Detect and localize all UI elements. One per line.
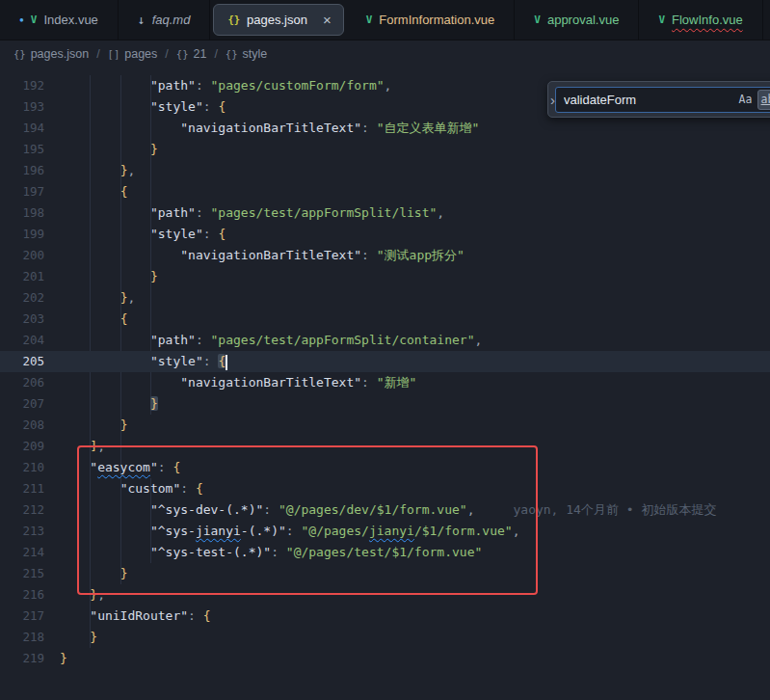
tab-index-vue[interactable]: ● V Index.vue <box>0 0 119 40</box>
code-line-text: }, <box>60 584 105 606</box>
line-number[interactable]: 193 <box>0 96 60 118</box>
code-line[interactable]: 200 "navigationBarTitleText": "测试app拆分" <box>0 245 770 266</box>
vue-icon: V <box>366 14 373 25</box>
line-number[interactable]: 206 <box>0 372 60 393</box>
code-line-text: "style": { <box>60 351 227 372</box>
array-icon: [] <box>108 48 120 60</box>
line-number[interactable]: 204 <box>0 330 60 351</box>
breadcrumb-label: pages.json <box>31 47 89 61</box>
line-number[interactable]: 217 <box>0 606 60 627</box>
code-line[interactable]: 213 "^sys-jianyi-(.*)": "@/pages/jianyi/… <box>0 521 770 542</box>
line-number[interactable]: 219 <box>0 648 60 669</box>
breadcrumb-separator: / <box>165 47 168 61</box>
tab-pages-json[interactable]: {} pages.json × <box>213 4 343 36</box>
line-number[interactable]: 215 <box>0 563 60 584</box>
code-line-text: "^sys-dev-(.*)": "@/pages/dev/$1/form.vu… <box>60 499 716 521</box>
code-line-text: "^sys-jianyi-(.*)": "@/pages/jianyi/$1/f… <box>60 521 519 542</box>
line-number[interactable]: 196 <box>0 160 60 181</box>
breadcrumb-item-style[interactable]: {} style <box>226 47 267 61</box>
editor[interactable]: 192 "path": "pages/customForm/form",193 … <box>0 67 770 700</box>
tab-forminformation-vue[interactable]: V FormInformation.vue <box>347 0 516 40</box>
code-area[interactable]: 192 "path": "pages/customForm/form",193 … <box>0 67 770 669</box>
tab-bar: ● V Index.vue ↓ faq.md {} pages.json × V… <box>0 0 770 40</box>
line-number[interactable]: 199 <box>0 224 60 245</box>
code-line[interactable]: 206 "navigationBarTitleText": "新增" <box>0 372 770 393</box>
code-line[interactable]: 210 "easycom": { <box>0 457 770 478</box>
breadcrumb-label: 21 <box>193 47 206 61</box>
tab-label: FlowInfo.vue <box>672 13 743 26</box>
object-icon: {} <box>13 48 26 60</box>
text-cursor <box>226 355 227 370</box>
line-number[interactable]: 214 <box>0 542 60 563</box>
line-number[interactable]: 203 <box>0 309 60 330</box>
code-line-text: "uniIdRouter": { <box>60 606 211 627</box>
code-line[interactable]: 208 } <box>0 415 770 436</box>
line-number[interactable]: 212 <box>0 499 60 521</box>
code-line[interactable]: 217 "uniIdRouter": { <box>0 606 770 627</box>
tab-label: pages.json <box>247 13 307 26</box>
line-number[interactable]: 210 <box>0 457 60 478</box>
line-number[interactable]: 213 <box>0 521 60 542</box>
line-number[interactable]: 205 <box>0 351 60 372</box>
tab-faq-md[interactable]: ↓ faq.md <box>119 0 211 40</box>
code-line[interactable]: 199 "style": { <box>0 224 770 245</box>
code-line[interactable]: 202 }, <box>0 287 770 309</box>
code-line[interactable]: 201 } <box>0 266 770 287</box>
match-case-button[interactable]: Aa <box>735 90 756 110</box>
code-line[interactable]: 212 "^sys-dev-(.*)": "@/pages/dev/$1/for… <box>0 499 770 521</box>
code-line-text: { <box>60 309 127 330</box>
close-icon[interactable]: × <box>323 13 332 27</box>
code-line[interactable]: 197 { <box>0 181 770 202</box>
line-number[interactable]: 211 <box>0 478 60 499</box>
code-line-text: "^sys-test-(.*)": "@/pages/test/$1/form.… <box>60 542 482 563</box>
breadcrumb-separator: / <box>214 47 217 61</box>
line-number[interactable]: 216 <box>0 584 60 606</box>
code-line[interactable]: 196 }, <box>0 160 770 181</box>
code-line[interactable]: 195 } <box>0 139 770 160</box>
code-line-text: "navigationBarTitleText": "自定义表单新增" <box>60 118 479 139</box>
tab-approval-vue[interactable]: V approval.vue <box>515 0 639 40</box>
code-line[interactable]: 211 "custom": { <box>0 478 770 499</box>
vue-icon: V <box>534 14 541 25</box>
line-number[interactable]: 202 <box>0 287 60 309</box>
code-line[interactable]: 204 "path": "pages/test/appFormSplit/con… <box>0 330 770 351</box>
line-number[interactable]: 209 <box>0 436 60 457</box>
vue-icon: V <box>31 14 38 25</box>
vue-icon: V <box>658 14 665 25</box>
line-number[interactable]: 208 <box>0 415 60 436</box>
code-line[interactable]: 205 "style": { <box>0 351 770 372</box>
line-number[interactable]: 200 <box>0 245 60 266</box>
code-line[interactable]: 194 "navigationBarTitleText": "自定义表单新增" <box>0 118 770 139</box>
line-number[interactable]: 198 <box>0 202 60 224</box>
code-line[interactable]: 214 "^sys-test-(.*)": "@/pages/test/$1/f… <box>0 542 770 563</box>
line-number[interactable]: 194 <box>0 118 60 139</box>
breadcrumb-label: pages <box>124 47 157 61</box>
tab-flowinfo-vue[interactable]: V FlowInfo.vue <box>639 0 762 40</box>
code-line[interactable]: 207 } <box>0 393 770 415</box>
code-line[interactable]: 218 } <box>0 627 770 648</box>
tab-label: FormInformation.vue <box>379 13 494 26</box>
code-line[interactable]: 209 ], <box>0 436 770 457</box>
line-number[interactable]: 201 <box>0 266 60 287</box>
code-line[interactable]: 215 } <box>0 563 770 584</box>
find-widget: › Aa ab .* <box>547 81 770 118</box>
code-line-text: } <box>60 563 127 584</box>
code-line-text: "custom": { <box>60 478 203 499</box>
find-input[interactable] <box>564 93 733 107</box>
line-number[interactable]: 218 <box>0 627 60 648</box>
code-line[interactable]: 219} <box>0 648 770 669</box>
code-line[interactable]: 216 }, <box>0 584 770 606</box>
line-number[interactable]: 195 <box>0 139 60 160</box>
breadcrumb: {} pages.json / [] pages / {} 21 / {} st… <box>0 40 770 67</box>
breadcrumb-item-pages[interactable]: [] pages <box>108 47 158 61</box>
code-line[interactable]: 203 { <box>0 309 770 330</box>
line-number[interactable]: 192 <box>0 75 60 96</box>
breadcrumb-item-21[interactable]: {} 21 <box>176 47 207 61</box>
line-number[interactable]: 207 <box>0 393 60 415</box>
whole-word-button[interactable]: ab <box>757 90 770 110</box>
breadcrumb-item-pages-json[interactable]: {} pages.json <box>13 47 89 61</box>
line-number[interactable]: 197 <box>0 181 60 202</box>
code-line-text: }, <box>60 160 135 181</box>
code-line[interactable]: 198 "path": "pages/test/appFormSplit/lis… <box>0 202 770 224</box>
code-line-text: { <box>60 181 127 202</box>
